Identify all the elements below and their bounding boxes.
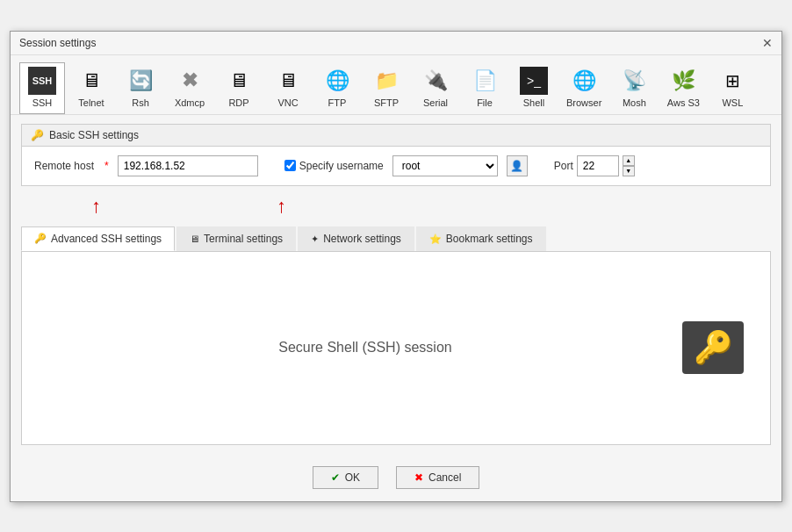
toolbar-item-rsh[interactable]: 🔄Rsh bbox=[118, 62, 163, 114]
toolbar-item-rdp[interactable]: 🖥RDP bbox=[216, 62, 262, 114]
cancel-label: Cancel bbox=[428, 471, 461, 484]
mosh-icon: 📡 bbox=[620, 67, 648, 95]
tab-bookmark-label: Bookmark settings bbox=[446, 233, 533, 245]
port-label: Port bbox=[554, 160, 573, 172]
remote-host-input[interactable] bbox=[118, 155, 258, 176]
toolbar-item-awss3[interactable]: 🌿Aws S3 bbox=[660, 62, 706, 114]
footer: ✔ OK ✖ Cancel bbox=[11, 454, 781, 501]
xdmcp-icon: ✖ bbox=[176, 67, 204, 95]
port-input[interactable] bbox=[577, 155, 619, 176]
xdmcp-label: Xdmcp bbox=[175, 97, 205, 108]
telnet-label: Telnet bbox=[78, 97, 104, 108]
required-marker: * bbox=[104, 160, 109, 172]
tab-network[interactable]: ✦Network settings bbox=[298, 226, 414, 251]
wsl-icon: ⊞ bbox=[718, 67, 746, 95]
dialog-title: Session settings bbox=[19, 37, 96, 49]
rsh-label: Rsh bbox=[132, 97, 149, 108]
cancel-icon: ✖ bbox=[414, 471, 423, 484]
toolbar: SSHSSH🖥Telnet🔄Rsh✖Xdmcp🖥RDP🖥VNC🌐FTP📁SFTP… bbox=[11, 55, 781, 115]
rdp-label: RDP bbox=[228, 97, 248, 108]
toolbar-item-serial[interactable]: 🔌Serial bbox=[413, 62, 458, 114]
toolbar-item-wsl[interactable]: ⊞WSL bbox=[709, 62, 755, 114]
session-settings-dialog: Session settings ✕ SSHSSH🖥Telnet🔄Rsh✖Xdm… bbox=[10, 31, 782, 502]
ssh-label: SSH bbox=[32, 97, 53, 108]
host-arrow-icon: ↑ bbox=[91, 197, 101, 216]
cancel-button[interactable]: ✖ Cancel bbox=[396, 466, 479, 489]
vnc-label: VNC bbox=[277, 97, 298, 108]
toolbar-item-mosh[interactable]: 📡Mosh bbox=[611, 62, 657, 114]
basic-section-label: Basic SSH settings bbox=[49, 129, 139, 141]
shell-label: Shell bbox=[523, 97, 544, 108]
username-select[interactable]: root admin user bbox=[392, 155, 498, 176]
tab-terminal-icon: 🖥 bbox=[190, 234, 199, 244]
tabs-bar: 🔑Advanced SSH settings🖥Terminal settings… bbox=[21, 226, 771, 252]
tab-bookmark[interactable]: ⭐Bookmark settings bbox=[416, 226, 546, 251]
tab-advanced-ssh-icon: 🔑 bbox=[34, 233, 47, 244]
mosh-label: Mosh bbox=[623, 97, 646, 108]
port-section: Port ▲ ▼ bbox=[554, 155, 635, 176]
file-icon: 📄 bbox=[471, 67, 499, 95]
key-icon: 🔑 bbox=[694, 329, 733, 366]
shell-icon: >_ bbox=[520, 67, 548, 95]
tab-content-area: Secure Shell (SSH) session 🔑 bbox=[21, 252, 771, 445]
content-area: 🔑 Basic SSH settings Remote host * Speci… bbox=[11, 115, 781, 454]
toolbar-item-telnet[interactable]: 🖥Telnet bbox=[68, 62, 114, 114]
ok-label: OK bbox=[345, 471, 360, 484]
toolbar-item-shell[interactable]: >_Shell bbox=[511, 62, 557, 114]
session-type-label: Secure Shell (SSH) session bbox=[48, 340, 682, 356]
port-decrement-button[interactable]: ▼ bbox=[623, 166, 635, 176]
ftp-icon: 🌐 bbox=[323, 67, 351, 95]
tab-advanced-ssh-label: Advanced SSH settings bbox=[51, 233, 162, 245]
awss3-icon: 🌿 bbox=[669, 67, 697, 95]
remote-host-label: Remote host bbox=[34, 160, 94, 172]
port-increment-button[interactable]: ▲ bbox=[623, 155, 635, 166]
awss3-label: Aws S3 bbox=[667, 97, 700, 108]
browser-label: Browser bbox=[566, 97, 601, 108]
specify-username-label: Specify username bbox=[299, 160, 384, 172]
ssh-icon: SSH bbox=[28, 67, 56, 95]
serial-icon: 🔌 bbox=[421, 67, 450, 95]
toolbar-item-sftp[interactable]: 📁SFTP bbox=[364, 62, 409, 114]
basic-ssh-section: 🔑 Basic SSH settings Remote host * Speci… bbox=[21, 124, 771, 186]
tab-network-label: Network settings bbox=[323, 233, 401, 245]
serial-label: Serial bbox=[423, 97, 448, 108]
vnc-icon: 🖥 bbox=[274, 67, 302, 95]
sftp-label: SFTP bbox=[374, 97, 399, 108]
tabs-section: 🔑Advanced SSH settings🖥Terminal settings… bbox=[21, 226, 771, 445]
tab-terminal[interactable]: 🖥Terminal settings bbox=[176, 226, 296, 251]
title-bar: Session settings ✕ bbox=[11, 32, 781, 55]
tab-bookmark-icon: ⭐ bbox=[429, 234, 442, 245]
port-spinner: ▲ ▼ bbox=[623, 155, 635, 176]
ok-button[interactable]: ✔ OK bbox=[313, 466, 378, 489]
arrow-indicators: ↑ ↑ bbox=[21, 195, 771, 218]
toolbar-item-vnc[interactable]: 🖥VNC bbox=[265, 62, 311, 114]
specify-username-checkbox[interactable] bbox=[284, 160, 296, 171]
tab-advanced-ssh[interactable]: 🔑Advanced SSH settings bbox=[21, 226, 175, 251]
toolbar-item-file[interactable]: 📄File bbox=[462, 62, 508, 114]
username-arrow-icon: ↑ bbox=[277, 197, 286, 216]
close-button[interactable]: ✕ bbox=[762, 37, 773, 49]
file-label: File bbox=[477, 97, 493, 108]
telnet-icon: 🖥 bbox=[77, 67, 105, 95]
basic-settings-row: Remote host * Specify username root admi… bbox=[22, 147, 770, 185]
toolbar-item-ftp[interactable]: 🌐FTP bbox=[314, 62, 360, 114]
specify-username-row: Specify username bbox=[284, 160, 384, 172]
basic-section-icon: 🔑 bbox=[31, 129, 44, 141]
rdp-icon: 🖥 bbox=[225, 67, 253, 95]
tab-network-icon: ✦ bbox=[311, 234, 319, 245]
key-icon-box: 🔑 bbox=[682, 321, 744, 374]
ftp-label: FTP bbox=[328, 97, 347, 108]
toolbar-item-browser[interactable]: 🌐Browser bbox=[560, 62, 608, 114]
basic-section-title: 🔑 Basic SSH settings bbox=[22, 125, 770, 147]
sftp-icon: 📁 bbox=[372, 67, 400, 95]
wsl-label: WSL bbox=[722, 97, 743, 108]
toolbar-item-xdmcp[interactable]: ✖Xdmcp bbox=[167, 62, 212, 114]
toolbar-item-ssh[interactable]: SSHSSH bbox=[19, 62, 65, 114]
ok-icon: ✔ bbox=[331, 471, 340, 484]
tab-terminal-label: Terminal settings bbox=[204, 233, 283, 245]
user-profile-button[interactable]: 👤 bbox=[507, 155, 528, 176]
browser-icon: 🌐 bbox=[570, 67, 598, 95]
rsh-icon: 🔄 bbox=[126, 67, 155, 95]
